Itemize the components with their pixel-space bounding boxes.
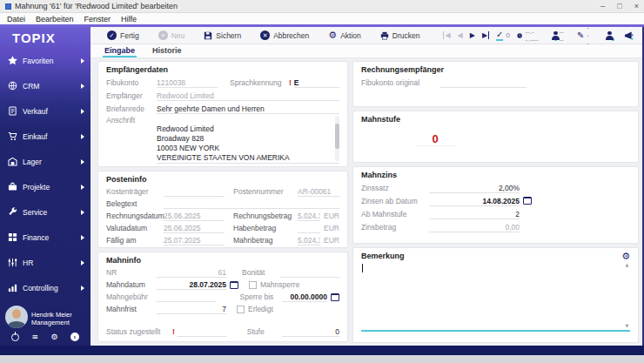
sidebar-item-service[interactable]: Service <box>0 199 91 225</box>
card-empfaengerdaten: Empfängerdaten Fibukonto 1210038 Sprachk… <box>97 61 348 167</box>
sperre-bis-field[interactable]: 00.00.0000 <box>282 292 327 302</box>
mahnsperre-checkbox[interactable]: Mahnsperre <box>249 280 299 289</box>
zinsbetrag-label: Zinsbetrag <box>361 223 429 232</box>
status-zugestellt-field[interactable] <box>178 326 226 337</box>
settings-gear-icon[interactable]: ⚙ <box>621 252 630 261</box>
sidebar-item-projekte[interactable]: Projekte <box>0 174 91 199</box>
titlebar: Mahnung '61' für 'Redwood Limited' bearb… <box>0 0 644 13</box>
mahnbetrag-field[interactable]: 5.024,35 <box>298 235 320 245</box>
text-cursor <box>362 264 363 272</box>
empfaenger-field[interactable]: Redwood Limited <box>157 91 339 101</box>
close-button[interactable]: × <box>634 2 639 10</box>
sidebar-item-finance[interactable]: Finance <box>0 225 91 250</box>
owner-indicator[interactable] <box>605 31 614 40</box>
menu-datei[interactable]: Datei <box>7 15 25 24</box>
bemerkung-field[interactable]: ▲ ▼ <box>361 262 630 332</box>
postennummer-field[interactable]: AR-00061 <box>298 186 339 197</box>
nr-field[interactable]: 61 <box>157 267 226 278</box>
notify-indicator[interactable] <box>624 31 634 40</box>
gear-icon[interactable]: ⚙ <box>50 333 57 341</box>
menu-fenster[interactable]: Fenster <box>84 15 111 24</box>
rechnungsdatum-field[interactable]: 25.06.2025 <box>164 211 225 221</box>
star-icon <box>8 56 17 65</box>
card-title: Mahninfo <box>106 256 339 265</box>
mahnfrist-field[interactable]: 7 <box>157 304 226 314</box>
user-role: Management <box>31 319 72 326</box>
megaphone-icon <box>624 31 634 40</box>
drucken-label: Drucken <box>392 31 420 40</box>
nav-next-icon[interactable]: ▶ <box>470 31 475 39</box>
sidebar-item-favoriten[interactable]: Favoriten <box>0 48 91 73</box>
mahnstufe-value[interactable]: 0 <box>415 132 455 146</box>
sidebar-item-controlling[interactable]: Controlling <box>0 275 91 300</box>
editor-indicator[interactable]: ✎ --- <box>577 24 589 47</box>
belegtext-field[interactable] <box>164 198 339 209</box>
rechnungsbetrag-field[interactable]: 5.024,35 <box>298 211 320 221</box>
zinssatz-field[interactable]: 2,00% <box>429 183 520 193</box>
sichern-button[interactable]: Sichern <box>196 31 249 40</box>
anschrift-field[interactable]: Redwood Limited Broadway 828 10003 NEW Y… <box>157 115 339 164</box>
calendar-icon[interactable] <box>331 293 339 301</box>
menu-hilfe[interactable]: Hilfe <box>121 15 137 24</box>
anschrift-scrollbar[interactable] <box>335 116 339 161</box>
sprachkennung-field[interactable]: E <box>294 77 339 88</box>
fibukonto-original-field[interactable] <box>439 77 527 88</box>
neu-button[interactable]: + Neu <box>151 30 193 40</box>
bemerkung-scrollbar[interactable]: ▲ ▼ <box>624 262 630 328</box>
mahndatum-field[interactable]: 28.07.2025 <box>157 279 226 290</box>
sidebar-item-label: Controlling <box>23 284 81 292</box>
nav-first-icon[interactable]: ◀ <box>443 31 450 39</box>
tab-historie[interactable]: Historie <box>151 46 184 57</box>
task-count-indicator[interactable]: ✓ 0 <box>496 30 510 41</box>
window-title: Mahnung '61' für 'Redwood Limited' bearb… <box>15 2 600 10</box>
user-icon <box>551 31 556 40</box>
menu-bearbeiten[interactable]: Bearbeiten <box>36 15 74 24</box>
drucken-button[interactable]: Drucken <box>372 31 428 40</box>
zinsen-ab-datum-field[interactable]: 14.08.2025 <box>429 196 520 206</box>
card-title: Mahnstufe <box>361 115 630 124</box>
sidebar-item-hr[interactable]: HR <box>0 250 91 275</box>
sidebar-item-verkauf[interactable]: Verkauf <box>0 98 91 124</box>
chevron-right-icon <box>81 109 84 114</box>
habenbetrag-field[interactable] <box>298 223 320 233</box>
valutadatum-field[interactable]: 25.06.2025 <box>164 223 225 233</box>
fibukonto-original-label: Fibukonto original <box>361 78 439 87</box>
assignee-indicator[interactable]: ---- <box>551 28 565 44</box>
card-mahninfo: Mahninfo NR 61 Bonität Mahndatum 28.07.2… <box>97 252 348 342</box>
calendar-icon[interactable] <box>230 281 238 289</box>
gear-icon: ⚙ <box>328 30 337 40</box>
tab-eingabe[interactable]: Eingabe <box>103 46 137 57</box>
maximize-button[interactable]: □ <box>617 2 621 10</box>
kostentraeger-field[interactable] <box>164 186 225 197</box>
sidebar-item-lager[interactable]: Lager <box>0 149 91 174</box>
sidebar-item-crm[interactable]: CRM <box>0 73 91 98</box>
faellig-am-field[interactable]: 25.07.2025 <box>164 235 225 245</box>
currency-label: EUR <box>324 224 339 232</box>
date-indicator[interactable]: --.--.---- <box>517 28 539 44</box>
zinssatz-label: Zinssatz <box>361 184 429 192</box>
nav-last-icon[interactable]: ▶ <box>482 31 489 39</box>
stufe-field[interactable]: 0 <box>282 326 339 337</box>
fertig-button[interactable]: ✓ Fertig <box>99 30 147 40</box>
calendar-icon[interactable] <box>523 197 532 205</box>
fibukonto-field[interactable]: 1210038 <box>157 77 218 88</box>
expand-arrow-icon[interactable]: › <box>70 333 79 341</box>
clock-icon <box>517 31 522 40</box>
power-icon[interactable] <box>11 333 19 341</box>
aktion-button[interactable]: ⚙ Aktion <box>320 30 369 40</box>
minimize-button[interactable]: – <box>600 2 605 10</box>
sidebar-item-einkauf[interactable]: Einkauf <box>0 124 91 149</box>
nav-prev-icon[interactable]: ◀ <box>458 31 463 39</box>
menu-icon[interactable]: ≡ <box>32 333 39 341</box>
window-frame-bottom <box>0 355 644 363</box>
mahngebuehr-field[interactable] <box>157 292 216 302</box>
scroll-down-icon[interactable]: ▼ <box>626 323 629 328</box>
user-avatar[interactable] <box>5 306 28 328</box>
erledigt-checkbox[interactable]: Erledigt <box>237 305 273 313</box>
ab-mahnstufe-field[interactable]: 2 <box>429 209 520 219</box>
scroll-up-icon[interactable]: ▲ <box>626 262 629 267</box>
abbrechen-button[interactable]: ✕ Abbrechen <box>252 30 317 40</box>
zinsbetrag-field[interactable]: 0,00 <box>429 222 520 232</box>
briefanrede-field[interactable]: Sehr geehrte Damen und Herren <box>157 104 339 114</box>
bonitaet-field[interactable] <box>280 267 339 278</box>
